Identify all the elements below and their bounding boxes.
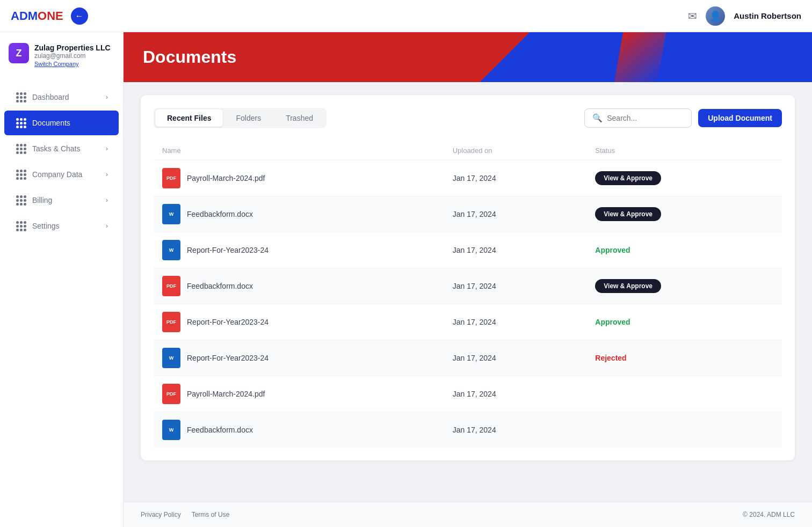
status-cell: Approved bbox=[586, 304, 782, 340]
file-name-cell: W Report-For-Year2023-24 bbox=[154, 340, 444, 376]
tasks-icon bbox=[15, 143, 27, 155]
documents-card: Recent Files Folders Trashed 🔍 Upload Do… bbox=[141, 95, 795, 460]
sidebar-item-label: Settings bbox=[32, 222, 60, 230]
file-name: Report-For-Year2023-24 bbox=[187, 354, 269, 362]
documents-icon bbox=[15, 117, 27, 129]
footer-links: Privacy Policy Terms of Use bbox=[141, 511, 229, 518]
uploaded-on-cell: Jan 17, 2024 bbox=[444, 376, 587, 412]
switch-company-link[interactable]: Switch Company bbox=[34, 61, 111, 67]
search-input[interactable] bbox=[607, 114, 684, 122]
uploaded-on-cell: Jan 17, 2024 bbox=[444, 196, 587, 232]
content-area: Recent Files Folders Trashed 🔍 Upload Do… bbox=[124, 82, 812, 502]
table-row: W Report-For-Year2023-24 Jan 17, 2024 Ap… bbox=[154, 232, 782, 268]
uploaded-on-cell: Jan 17, 2024 bbox=[444, 340, 587, 376]
view-approve-button[interactable]: View & Approve bbox=[595, 171, 661, 185]
view-approve-button[interactable]: View & Approve bbox=[595, 207, 661, 221]
toolbar: Recent Files Folders Trashed 🔍 Upload Do… bbox=[154, 108, 782, 128]
status-cell bbox=[586, 412, 782, 448]
page-header: Documents bbox=[124, 32, 812, 82]
sidebar-item-label: Billing bbox=[32, 196, 52, 204]
table-row: W Feedbackform.docx Jan 17, 2024 View & … bbox=[154, 196, 782, 232]
col-uploaded: Uploaded on bbox=[444, 141, 587, 160]
file-type-icon: W bbox=[162, 204, 180, 224]
table-row: PDF Payroll-March-2024.pdf Jan 17, 2024 … bbox=[154, 160, 782, 196]
col-name: Name bbox=[154, 141, 444, 160]
sidebar-item-label: Tasks & Chats bbox=[32, 144, 80, 153]
file-name-cell: PDF Report-For-Year2023-24 bbox=[154, 304, 444, 340]
sidebar-item-label: Company Data bbox=[32, 170, 82, 179]
sidebar-item-billing[interactable]: Billing › bbox=[4, 188, 119, 213]
chevron-right-icon: › bbox=[106, 196, 108, 204]
table-row: PDF Payroll-March-2024.pdf Jan 17, 2024 bbox=[154, 376, 782, 412]
file-type-icon: W bbox=[162, 420, 180, 440]
user-name: Austin Robertson bbox=[734, 11, 801, 20]
sidebar-item-settings[interactable]: Settings › bbox=[4, 214, 119, 238]
view-approve-button[interactable]: View & Approve bbox=[595, 279, 661, 293]
privacy-policy-link[interactable]: Privacy Policy bbox=[141, 511, 181, 518]
status-badge: Approved bbox=[595, 246, 630, 254]
billing-icon bbox=[15, 194, 27, 206]
file-name-cell: W Report-For-Year2023-24 bbox=[154, 232, 444, 268]
table-row: PDF Feedbackform.docx Jan 17, 2024 View … bbox=[154, 268, 782, 304]
table-row: W Report-For-Year2023-24 Jan 17, 2024 Re… bbox=[154, 340, 782, 376]
layout: Z Zulag Properties LLC zulag@gmail.com S… bbox=[0, 32, 812, 527]
copyright: © 2024. ADM LLC bbox=[743, 511, 795, 518]
tab-trashed[interactable]: Trashed bbox=[274, 109, 325, 127]
table-body: PDF Payroll-March-2024.pdf Jan 17, 2024 … bbox=[154, 160, 782, 448]
file-type-icon: W bbox=[162, 240, 180, 260]
status-cell: View & Approve bbox=[586, 268, 782, 304]
file-name: Feedbackform.docx bbox=[187, 210, 253, 218]
table-header: Name Uploaded on Status bbox=[154, 141, 782, 160]
sidebar: Z Zulag Properties LLC zulag@gmail.com S… bbox=[0, 32, 124, 527]
uploaded-on-cell: Jan 17, 2024 bbox=[444, 160, 587, 196]
upload-document-button[interactable]: Upload Document bbox=[698, 109, 782, 127]
search-icon: 🔍 bbox=[592, 113, 603, 123]
sidebar-item-documents[interactable]: Documents bbox=[4, 111, 119, 135]
tab-folders[interactable]: Folders bbox=[224, 109, 273, 127]
settings-icon bbox=[15, 220, 27, 232]
uploaded-on-cell: Jan 17, 2024 bbox=[444, 304, 587, 340]
company-icon bbox=[15, 169, 27, 180]
company-logo: Z bbox=[9, 43, 29, 63]
logo-one: ONE bbox=[38, 9, 63, 23]
status-cell bbox=[586, 376, 782, 412]
table-row: PDF Report-For-Year2023-24 Jan 17, 2024 … bbox=[154, 304, 782, 340]
documents-table: Name Uploaded on Status PDF Payroll-Marc… bbox=[154, 141, 782, 448]
sidebar-item-label: Documents bbox=[32, 119, 70, 127]
file-name-cell: W Feedbackform.docx bbox=[154, 412, 444, 448]
file-type-icon: PDF bbox=[162, 276, 180, 296]
topnav-left: ADMONE ← bbox=[11, 8, 88, 25]
file-type-icon: PDF bbox=[162, 168, 180, 188]
tabs: Recent Files Folders Trashed bbox=[154, 108, 327, 128]
mail-icon[interactable]: ✉ bbox=[688, 10, 697, 23]
chevron-right-icon: › bbox=[106, 171, 108, 178]
file-name: Report-For-Year2023-24 bbox=[187, 246, 269, 254]
status-badge: Rejected bbox=[595, 354, 626, 362]
company-email: zulag@gmail.com bbox=[34, 52, 111, 60]
file-name: Payroll-March-2024.pdf bbox=[187, 174, 265, 182]
status-cell: Rejected bbox=[586, 340, 782, 376]
sidebar-item-tasks[interactable]: Tasks & Chats › bbox=[4, 136, 119, 161]
chevron-right-icon: › bbox=[106, 93, 108, 101]
tab-recent-files[interactable]: Recent Files bbox=[155, 109, 223, 127]
terms-of-use-link[interactable]: Terms of Use bbox=[192, 511, 230, 518]
file-name-cell: PDF Payroll-March-2024.pdf bbox=[154, 376, 444, 412]
file-type-icon: W bbox=[162, 348, 180, 368]
logo-adm: ADM bbox=[11, 9, 38, 23]
file-name-cell: PDF Payroll-March-2024.pdf bbox=[154, 160, 444, 196]
footer: Privacy Policy Terms of Use © 2024. ADM … bbox=[124, 502, 812, 527]
sidebar-item-company[interactable]: Company Data › bbox=[4, 162, 119, 187]
topnav-right: ✉ 👤 Austin Robertson bbox=[688, 6, 801, 26]
file-type-icon: PDF bbox=[162, 384, 180, 404]
file-name: Feedbackform.docx bbox=[187, 282, 253, 290]
back-button[interactable]: ← bbox=[71, 8, 88, 25]
status-cell: View & Approve bbox=[586, 160, 782, 196]
chevron-right-icon: › bbox=[106, 222, 108, 230]
file-name-cell: W Feedbackform.docx bbox=[154, 196, 444, 232]
nav-items: Dashboard › Documents Tasks & Chats bbox=[0, 84, 123, 527]
file-type-icon: PDF bbox=[162, 312, 180, 332]
uploaded-on-cell: Jan 17, 2024 bbox=[444, 412, 587, 448]
status-cell: Approved bbox=[586, 232, 782, 268]
sidebar-item-dashboard[interactable]: Dashboard › bbox=[4, 85, 119, 109]
uploaded-on-cell: Jan 17, 2024 bbox=[444, 268, 587, 304]
